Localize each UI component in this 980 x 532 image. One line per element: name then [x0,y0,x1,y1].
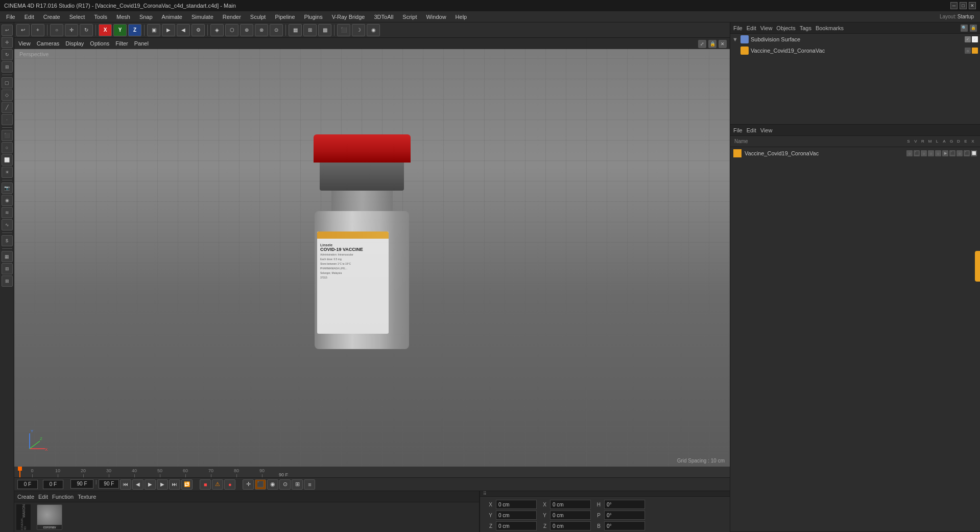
viewport[interactable]: View Cameras Display Options Filter Pane… [14,38,730,467]
menu-animate[interactable]: Animate [158,13,186,21]
mat-bottom-texture[interactable]: Texture [78,494,96,500]
mat-icon-5[interactable]: ○ [935,150,941,156]
toolbar-bridge2[interactable]: ⊙ [270,24,283,36]
obj-dot-color[interactable] [972,48,978,54]
menu-plugins[interactable]: Plugins [300,13,327,21]
obj-menu-bookmarks[interactable]: Bookmarks [816,25,844,31]
tool-material[interactable]: ◉ [2,195,13,206]
right-edge-panel-tab[interactable] [975,251,980,282]
tool-deformer[interactable]: ≋ [2,207,13,218]
z-pos-field[interactable]: 0 cm [496,521,537,530]
z-rot-field[interactable]: 0 cm [550,521,591,530]
viewport-close-icon[interactable]: ✕ [719,40,727,48]
obj-menu-edit[interactable]: Edit [747,25,756,31]
toolbar-y-mode[interactable]: Y [113,24,127,36]
vp-menu-panel[interactable]: Panel [134,40,149,47]
obj-dot-check[interactable]: ✓ [972,36,978,42]
play-next-button[interactable]: ▶ [157,479,168,490]
menu-file[interactable]: File [2,13,19,21]
fps-value[interactable] [99,479,119,489]
mat-icon-2[interactable]: ⬛ [914,150,920,156]
error-indicator[interactable]: ● [224,479,235,490]
tool-camera[interactable]: 📷 [2,182,13,194]
menu-window[interactable]: Window [422,13,450,21]
mat-menu-view[interactable]: View [760,127,773,133]
mat-icon-3[interactable]: ○ [921,150,927,156]
h-size-field[interactable]: 0° [604,500,645,509]
viewport-lock-icon[interactable]: 🔒 [708,40,716,48]
tool-spline[interactable]: ∿ [2,219,13,230]
mat-icon-9[interactable]: ⬛ [964,150,970,156]
x-rot-field[interactable]: 0 cm [550,500,591,509]
close-button[interactable]: ✕ [969,2,976,9]
x-pos-field[interactable]: 0 cm [496,500,537,509]
y-rot-field[interactable]: 0 cm [550,511,591,520]
mat-thumbnail-coronav[interactable]: coronav [37,504,62,530]
mat-bottom-edit[interactable]: Edit [38,494,48,500]
p-size-field[interactable]: 0° [604,511,645,520]
menu-3dtoall[interactable]: 3DToAll [370,13,397,21]
toolbar-loop[interactable]: ⊕ [240,24,253,36]
tool-light[interactable]: ☀ [2,167,13,178]
b-size-field[interactable]: 0° [604,521,645,530]
menu-mesh[interactable]: Mesh [112,13,134,21]
menu-simulate[interactable]: Simulate [187,13,218,21]
menu-help[interactable]: Help [451,13,471,21]
vp-menu-view[interactable]: View [18,40,31,47]
goto-end-button[interactable]: ⏭ [169,479,180,490]
loop-button[interactable]: 🔁 [181,479,193,490]
toolbar-render-settings[interactable]: ⚙ [192,24,205,36]
obj-search-icon[interactable]: 🔍 [961,25,968,32]
tool-undo[interactable]: ↩ [2,25,13,36]
tool-move[interactable]: ✛ [2,37,13,48]
menu-sculpt[interactable]: Sculpt [246,13,270,21]
vp-menu-cameras[interactable]: Cameras [37,40,60,47]
frame-max-field[interactable] [43,480,63,489]
toolbar-snap3[interactable]: ⊞ [303,24,317,36]
obj-menu-objects[interactable]: Objects [776,25,795,31]
mat-icon-7[interactable]: ⬛ [949,150,955,156]
current-frame-field[interactable]: 0 F [17,480,38,489]
obj-lock-icon[interactable]: 🔒 [970,25,977,32]
motion-icon[interactable]: ⊞ [292,479,303,490]
mat-bottom-create[interactable]: Create [17,494,34,500]
toolbar-move-icon[interactable]: ✛ [65,24,78,36]
mat-bottom-function[interactable]: Function [52,494,74,500]
toolbar-plus-icon[interactable]: + [31,24,44,36]
tool-cube[interactable]: ⬛ [2,130,13,141]
mat-menu-edit[interactable]: Edit [747,127,756,133]
toolbar-extrude[interactable]: ⊗ [255,24,268,36]
timeline-icon[interactable]: ≡ [304,479,315,490]
tool-sphere[interactable]: ○ [2,142,13,153]
viewport-expand-icon[interactable]: ⤢ [698,40,706,48]
menu-script[interactable]: Script [398,13,421,21]
menu-select[interactable]: Select [65,13,89,21]
tool-point[interactable]: · [2,114,13,125]
mat-row-vaccine[interactable]: Vaccine_Covid19_CoronaVac ○ ⬛ ○ ○ ○ ▶ ⬛ … [730,147,980,159]
toolbar-obj-move[interactable]: ◈ [210,24,224,36]
obj-menu-file[interactable]: File [733,25,743,31]
move-keys-icon[interactable]: ✛ [243,479,254,490]
record-icon[interactable]: ⬛ [255,479,266,490]
tool-scale[interactable]: ⊞ [2,61,13,73]
toolbar-sky[interactable]: ☽ [352,24,365,36]
play-button[interactable]: ▶ [145,479,156,490]
toolbar-render-view[interactable]: ▶ [162,24,175,36]
obj-menu-tags[interactable]: Tags [800,25,811,31]
toolbar-workplane[interactable]: ▩ [318,24,331,36]
mat-icon-6[interactable]: ▶ [942,150,948,156]
fps-field[interactable] [70,479,93,489]
title-bar-controls[interactable]: ─ □ ✕ [950,2,976,9]
play-prev-button[interactable]: ◀ [132,479,144,490]
tool-rotate[interactable]: ↻ [2,49,13,60]
menu-tools[interactable]: Tools [90,13,111,21]
mat-icon-4[interactable]: ○ [928,150,934,156]
tool-snap2[interactable]: ⊠ [2,275,13,287]
toolbar-rotate-icon[interactable]: ↻ [80,24,93,36]
obj-dot-v[interactable]: ✓ [965,36,971,42]
maximize-button[interactable]: □ [960,2,967,9]
tool-grid[interactable]: ⊞ [2,263,13,274]
mat-icon-10[interactable]: ⬜ [971,150,977,156]
minimize-button[interactable]: ─ [950,2,958,9]
obj-row-vaccine[interactable]: Vaccine_Covid19_CoronaVac ○ [730,45,980,56]
